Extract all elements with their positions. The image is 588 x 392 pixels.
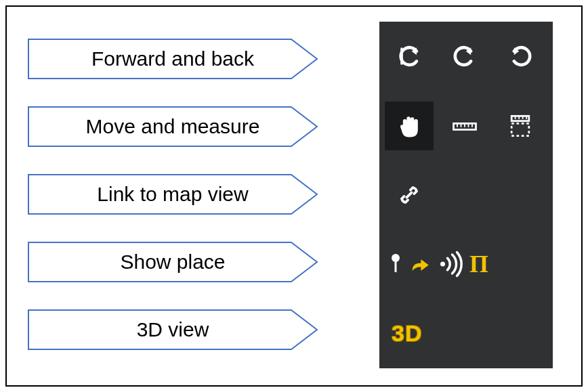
label-column: Forward and back Move and measure Link t… [27, 38, 318, 351]
label-text: 3D view [137, 318, 209, 341]
area-measure-button[interactable] [496, 102, 545, 150]
full-back-icon [394, 41, 424, 71]
label-link-map: Link to map view [27, 173, 318, 215]
pi-icon: Π [469, 250, 488, 278]
svg-point-20 [392, 254, 400, 262]
three-d-label: 3D [392, 320, 422, 346]
place-icon-group: Π [385, 250, 490, 278]
label-text: Forward and back [91, 47, 254, 70]
pi-button[interactable]: Π [467, 250, 490, 278]
svg-point-22 [440, 262, 445, 267]
label-text: Move and measure [86, 115, 260, 138]
ruler-button[interactable] [440, 102, 489, 150]
diagram-frame: Forward and back Move and measure Link t… [5, 5, 583, 387]
label-text: Show place [120, 251, 225, 274]
svg-rect-19 [511, 123, 529, 135]
toolbar-row-place: Π [379, 230, 553, 299]
hand-pan-icon [394, 111, 424, 141]
label-move-measure: Move and measure [27, 106, 318, 148]
broadcast-icon [436, 250, 464, 278]
link-icon [394, 180, 424, 210]
label-3d-view: 3D view [27, 309, 318, 351]
toolbar-panel: Π 3D [379, 22, 553, 368]
redo-button[interactable] [496, 32, 545, 81]
label-forward-back: Forward and back [27, 38, 318, 80]
svg-rect-21 [395, 261, 397, 273]
link-button[interactable] [385, 171, 434, 219]
full-back-button[interactable] [385, 32, 434, 81]
toolbar-row-navigation [379, 22, 553, 91]
share-arrow-icon [408, 253, 432, 276]
pan-button[interactable] [385, 102, 434, 150]
label-show-place: Show place [27, 241, 318, 283]
undo-icon [450, 41, 480, 71]
label-text: Link to map view [97, 183, 248, 206]
share-button[interactable] [408, 253, 432, 276]
ruler-icon [450, 111, 480, 141]
pin-icon [387, 251, 404, 278]
redo-icon [505, 41, 535, 71]
three-d-button[interactable]: 3D [385, 320, 422, 347]
toolbar-row-measure [379, 91, 553, 160]
toolbar-row-link [379, 160, 553, 230]
undo-button[interactable] [440, 32, 489, 81]
area-measure-icon [505, 111, 535, 141]
broadcast-button[interactable] [434, 250, 466, 278]
toolbar-row-3d: 3D [379, 299, 553, 368]
pin-button[interactable] [385, 251, 406, 278]
